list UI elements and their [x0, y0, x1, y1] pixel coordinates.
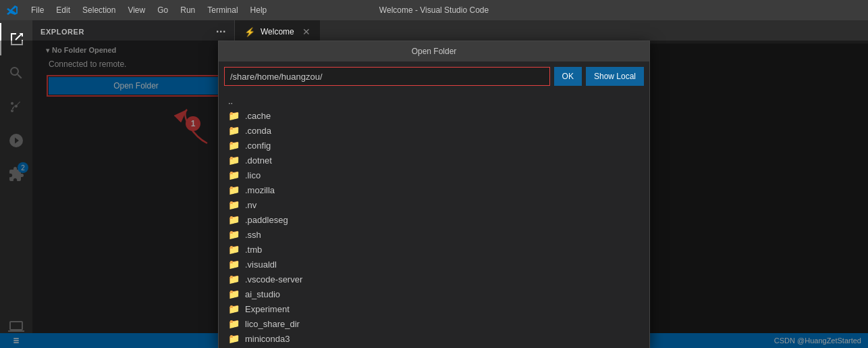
- dialog-ok-button[interactable]: OK: [554, 67, 582, 86]
- list-item[interactable]: 📁 .vscode-server: [219, 272, 649, 287]
- folder-name: .tmb: [245, 245, 262, 255]
- open-folder-dialog: Open Folder OK Show Local .. 📁 .cache 📁 …: [218, 41, 650, 348]
- folder-name: .cache: [245, 111, 271, 121]
- folder-icon: 📁: [228, 110, 240, 121]
- sidebar-title: Explorer: [40, 28, 84, 36]
- list-item[interactable]: 📁 .nv: [219, 197, 649, 212]
- tab-welcome[interactable]: ⚡ Welcome ✕: [235, 20, 321, 43]
- list-item[interactable]: 📁 .visualdl: [219, 257, 649, 272]
- folder-icon: 📁: [228, 229, 240, 240]
- list-item[interactable]: 📁 ai_studio: [219, 287, 649, 301]
- sidebar-more-icon[interactable]: ···: [216, 26, 226, 38]
- list-item[interactable]: 📁 .dotnet: [219, 153, 649, 168]
- folder-name: Experiment: [245, 304, 290, 314]
- folder-name: .paddleseg: [245, 215, 288, 225]
- folder-icon: 📁: [228, 155, 240, 166]
- folder-name: miniconda3: [245, 334, 290, 344]
- list-item[interactable]: 📁 .paddleseg: [219, 212, 649, 227]
- list-item[interactable]: 📁 .conda: [219, 123, 649, 138]
- dialog-show-local-button[interactable]: Show Local: [586, 67, 644, 86]
- tab-close-icon[interactable]: ✕: [302, 26, 310, 37]
- folder-icon: 📁: [228, 333, 240, 344]
- list-item[interactable]: 📁 .cache: [219, 108, 649, 123]
- list-item[interactable]: 📁 .config: [219, 138, 649, 153]
- folder-icon: 📁: [228, 140, 240, 151]
- title-bar: File Edit Selection View Go Run Terminal…: [0, 0, 868, 20]
- folder-icon: 📁: [228, 214, 240, 225]
- folder-name: .ssh: [245, 230, 261, 240]
- tab-welcome-label: Welcome: [261, 27, 294, 36]
- folder-icon: 📁: [228, 259, 240, 270]
- menu-go[interactable]: Go: [152, 4, 173, 16]
- folder-name: .conda: [245, 126, 271, 136]
- folder-icon: 📁: [228, 274, 240, 284]
- menu-file[interactable]: File: [26, 4, 49, 16]
- folder-name: .nv: [245, 200, 256, 210]
- vscode-logo-icon: [7, 5, 18, 16]
- folder-icon: 📁: [228, 244, 240, 255]
- tab-welcome-icon: ⚡: [244, 27, 255, 37]
- main-layout: 2 Explorer ··· ▾ No Folder Opened Connec…: [0, 20, 868, 348]
- dialog-input-row: OK Show Local: [219, 61, 649, 91]
- folder-icon: 📁: [228, 303, 240, 314]
- folder-name: .config: [245, 141, 271, 151]
- menu-edit[interactable]: Edit: [51, 4, 76, 16]
- menu-selection[interactable]: Selection: [77, 4, 121, 16]
- list-item[interactable]: 📁 miniconda3: [219, 331, 649, 346]
- folder-name: .vscode-server: [245, 274, 302, 284]
- folder-icon: 📁: [228, 318, 240, 329]
- folder-name: .mozilla: [245, 185, 275, 195]
- folder-path-input[interactable]: [224, 67, 550, 86]
- menu-bar: File Edit Selection View Go Run Terminal…: [26, 4, 272, 16]
- sidebar-header-icons: ···: [216, 26, 226, 38]
- list-item[interactable]: 📁 .mozilla: [219, 182, 649, 197]
- folder-name: lico_share_dir: [245, 319, 300, 329]
- list-item[interactable]: 📁 lico_share_dir: [219, 316, 649, 331]
- list-item[interactable]: 📁 .tmb: [219, 242, 649, 257]
- list-item[interactable]: 📁 .ssh: [219, 227, 649, 242]
- list-item[interactable]: 📁 .lico: [219, 168, 649, 182]
- title-bar-left: File Edit Selection View Go Run Terminal…: [7, 4, 272, 16]
- folder-name: ai_studio: [245, 289, 280, 299]
- menu-run[interactable]: Run: [175, 4, 200, 16]
- menu-help[interactable]: Help: [245, 4, 273, 16]
- folder-icon: 📁: [228, 125, 240, 136]
- list-item[interactable]: 📁 Experiment: [219, 301, 649, 316]
- window-title: Welcome - Visual Studio Code: [379, 5, 489, 15]
- dialog-file-list: .. 📁 .cache 📁 .conda 📁 .config 📁 .dotnet…: [219, 91, 649, 348]
- menu-view[interactable]: View: [122, 4, 151, 16]
- menu-terminal[interactable]: Terminal: [202, 4, 243, 16]
- folder-name: .visualdl: [245, 259, 277, 270]
- folder-icon: 📁: [228, 289, 240, 299]
- folder-icon: 📁: [228, 170, 240, 180]
- sidebar-header: Explorer ···: [32, 20, 234, 43]
- folder-icon: 📁: [228, 199, 240, 210]
- folder-icon: 📁: [228, 184, 240, 195]
- parent-dir-item[interactable]: ..: [219, 94, 649, 108]
- folder-name: .lico: [245, 170, 261, 180]
- folder-name: .dotnet: [245, 155, 272, 166]
- dialog-title: Open Folder: [219, 41, 649, 61]
